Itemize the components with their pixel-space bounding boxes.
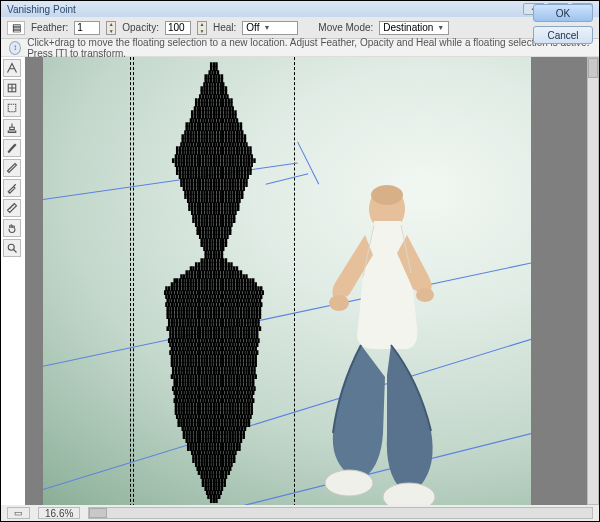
vscroll-thumb[interactable] bbox=[588, 58, 598, 78]
feather-label: Feather: bbox=[31, 22, 68, 33]
vertical-scrollbar[interactable] bbox=[587, 57, 599, 505]
hand-tool[interactable] bbox=[3, 219, 21, 237]
move-mode-label: Move Mode: bbox=[318, 22, 373, 33]
horizontal-scrollbar[interactable] bbox=[88, 507, 593, 519]
plane-left-edge bbox=[43, 57, 131, 505]
cancel-button[interactable]: Cancel bbox=[533, 26, 593, 44]
opacity-input[interactable]: 100 bbox=[165, 21, 191, 35]
document-image[interactable]: ███ ███ ████ ███████ ███████ ████████ ██… bbox=[43, 57, 531, 505]
canvas-area[interactable]: ███ ███ ████ ███████ ███████ ████████ ██… bbox=[25, 57, 587, 505]
info-icon: ↕ bbox=[9, 41, 21, 55]
svg-point-2 bbox=[8, 244, 14, 250]
pasteboard-left bbox=[25, 57, 43, 505]
zoom-tool[interactable] bbox=[3, 239, 21, 257]
hint-text: Click+drag to move the floating selectio… bbox=[27, 37, 591, 59]
marquee-tool[interactable] bbox=[3, 99, 21, 117]
eyedropper-tool[interactable] bbox=[3, 179, 21, 197]
hscroll-thumb[interactable] bbox=[89, 508, 107, 518]
svg-point-13 bbox=[416, 288, 434, 302]
window-title: Vanishing Point bbox=[7, 4, 76, 15]
create-plane-tool[interactable] bbox=[3, 79, 21, 97]
workspace: ███ ███ ████ ███████ ███████ ████████ ██… bbox=[1, 57, 599, 505]
flyout-menu-button[interactable]: ▤ bbox=[7, 21, 25, 35]
opacity-stepper[interactable]: ▲▼ bbox=[197, 21, 207, 35]
svg-point-15 bbox=[383, 483, 435, 505]
dialog-buttons: OK Cancel bbox=[533, 4, 593, 44]
opacity-label: Opacity: bbox=[122, 22, 159, 33]
view-mode-box[interactable]: ▭ bbox=[7, 507, 30, 519]
svg-rect-1 bbox=[8, 104, 16, 112]
pasteboard-right bbox=[531, 57, 587, 505]
stamp-tool[interactable] bbox=[3, 119, 21, 137]
transform-tool[interactable] bbox=[3, 159, 21, 177]
toolbox bbox=[3, 57, 23, 257]
measure-tool[interactable] bbox=[3, 199, 21, 217]
svg-point-14 bbox=[325, 470, 373, 496]
heal-dropdown[interactable]: Off▼ bbox=[242, 21, 298, 35]
zoom-box[interactable]: 16.6% bbox=[38, 507, 80, 519]
move-mode-dropdown[interactable]: Destination▼ bbox=[379, 21, 449, 35]
edit-plane-tool[interactable] bbox=[3, 59, 21, 77]
svg-point-12 bbox=[329, 295, 349, 311]
heal-label: Heal: bbox=[213, 22, 236, 33]
titlebar: Vanishing Point ━ ▢ ✕ bbox=[1, 1, 599, 17]
figure-person bbox=[279, 177, 479, 505]
ascii-pattern: ███ ███ ████ ███████ ███████ ████████ ██… bbox=[139, 63, 289, 503]
ok-button[interactable]: OK bbox=[533, 4, 593, 22]
status-bar: ▭ 16.6% bbox=[1, 505, 599, 521]
feather-stepper[interactable]: ▲▼ bbox=[106, 21, 116, 35]
brush-tool[interactable] bbox=[3, 139, 21, 157]
feather-input[interactable]: 1 bbox=[74, 21, 100, 35]
hint-bar: ↕ Click+drag to move the floating select… bbox=[1, 39, 599, 57]
svg-point-11 bbox=[371, 185, 403, 205]
